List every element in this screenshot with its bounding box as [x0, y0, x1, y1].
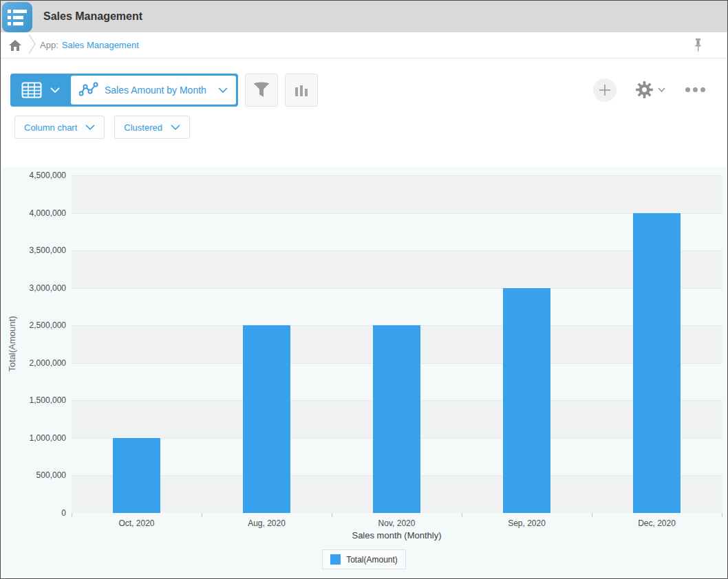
grouping-value: Clustered	[124, 122, 162, 133]
pin-icon[interactable]	[694, 39, 703, 52]
chevron-down-icon	[171, 124, 180, 130]
chart-bar-dec-2020[interactable]	[633, 213, 681, 513]
view-switcher: Sales Amount by Month	[10, 74, 238, 107]
breadcrumb: App: Sales Management	[1, 32, 727, 58]
table-view-icon	[21, 82, 42, 98]
ellipsis-icon	[685, 87, 705, 92]
y-tick-label: 0	[3, 508, 66, 518]
chevron-down-icon	[658, 87, 665, 92]
funnel-icon	[253, 81, 270, 99]
y-tick-label: 4,500,000	[3, 171, 66, 180]
gridline	[72, 250, 722, 251]
chart-options: Column chart Clustered	[1, 108, 727, 149]
chart-view-select[interactable]: Sales Amount by Month	[71, 76, 236, 105]
chart-type-value: Column chart	[24, 122, 77, 133]
legend-swatch	[330, 554, 341, 565]
y-tick-label: 1,500,000	[3, 395, 66, 405]
y-tick-label: 2,500,000	[3, 320, 66, 330]
home-icon[interactable]	[9, 40, 21, 51]
breadcrumb-app-link[interactable]: Sales Management	[62, 40, 139, 50]
breadcrumb-separator-icon	[28, 34, 36, 57]
plot-band	[72, 288, 722, 326]
chart-type-select[interactable]: Column chart	[14, 116, 105, 139]
chart-toggle-button[interactable]	[285, 74, 318, 107]
gridline	[72, 288, 722, 289]
chart-view-label: Sales Amount by Month	[105, 85, 206, 96]
plot-band	[72, 175, 722, 213]
table-view-button[interactable]	[10, 74, 71, 107]
x-axis-tick	[592, 513, 592, 517]
plot-band	[72, 250, 722, 288]
legend-item[interactable]: Total(Amount)	[322, 549, 406, 569]
gear-icon	[635, 80, 654, 99]
y-tick-label: 2,000,000	[3, 358, 66, 368]
plot-area	[72, 175, 722, 513]
y-tick-label: 500,000	[3, 470, 66, 480]
settings-button[interactable]	[635, 80, 665, 99]
plus-icon	[599, 84, 611, 96]
x-axis-tick	[332, 513, 332, 517]
y-tick-label: 3,000,000	[3, 283, 66, 293]
filter-button[interactable]	[245, 74, 278, 107]
chart-bar-aug-2020[interactable]	[243, 325, 290, 513]
x-tick-label: Sep, 2020	[479, 518, 575, 528]
chevron-down-icon	[50, 87, 60, 93]
chart-legend: Total(Amount)	[1, 549, 727, 569]
add-record-button[interactable]	[593, 78, 617, 102]
toolbar: Sales Amount by Month	[1, 58, 727, 108]
y-tick-label: 1,000,000	[3, 433, 66, 443]
chevron-down-icon	[85, 124, 95, 130]
x-tick-label: Nov, 2020	[349, 518, 445, 528]
x-axis-tick	[462, 513, 462, 517]
breadcrumb-app-prefix: App:	[40, 40, 58, 50]
x-axis-tick	[72, 513, 72, 517]
app-window: { "header": { "title": "Sales Management…	[0, 0, 728, 579]
more-options-button[interactable]	[684, 83, 707, 96]
chart-bar-nov-2020[interactable]	[373, 325, 420, 513]
x-axis-tick	[202, 513, 202, 517]
grouping-select[interactable]: Clustered	[114, 116, 190, 139]
bar-chart-icon	[294, 83, 309, 98]
x-tick-label: Aug, 2020	[219, 518, 315, 528]
app-launcher-icon[interactable]	[2, 2, 32, 32]
chart-bar-oct-2020[interactable]	[113, 438, 160, 513]
y-tick-label: 3,500,000	[3, 245, 66, 255]
plot-band	[72, 213, 722, 251]
toolbar-right	[593, 78, 707, 102]
x-axis-title: Sales month (Monthly)	[72, 530, 722, 540]
chart-area: Total(Amount) 0500,0001,000,0001,500,000…	[1, 167, 727, 578]
page-title: Sales Management	[43, 10, 142, 23]
y-tick-label: 4,000,000	[3, 208, 66, 218]
gridline	[72, 213, 722, 214]
x-tick-label: Dec, 2020	[609, 518, 705, 528]
gridline	[72, 175, 722, 176]
legend-label: Total(Amount)	[346, 555, 398, 565]
chevron-down-icon	[218, 87, 228, 93]
line-chart-icon	[79, 82, 98, 98]
x-axis-tick	[722, 513, 722, 517]
chart-bar-sep-2020[interactable]	[503, 288, 550, 513]
app-header: Sales Management	[1, 1, 727, 32]
x-tick-label: Oct, 2020	[89, 518, 185, 528]
list-app-icon	[8, 10, 32, 13]
